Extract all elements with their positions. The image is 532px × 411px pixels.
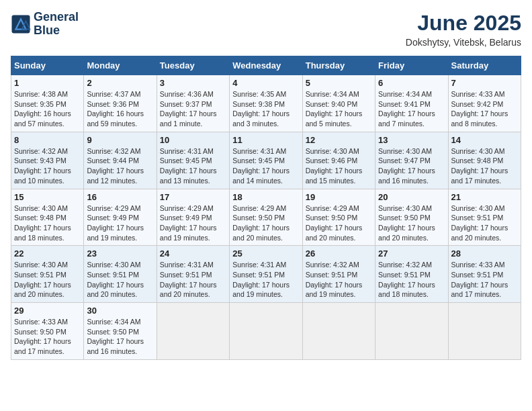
day-info: Sunrise: 4:33 AMSunset: 9:51 PMDaylight:… [451,260,518,300]
day-number: 29 [14,306,81,316]
day-cell: 12Sunrise: 4:30 AMSunset: 9:46 PMDayligh… [302,132,375,189]
day-cell: 15Sunrise: 4:30 AMSunset: 9:48 PMDayligh… [11,189,84,246]
day-number: 18 [232,192,299,202]
day-cell: 19Sunrise: 4:29 AMSunset: 9:50 PMDayligh… [302,189,375,246]
day-number: 11 [232,135,299,145]
day-number: 22 [14,248,81,259]
day-number: 24 [160,248,226,259]
day-cell [157,303,229,360]
day-cell: 16Sunrise: 4:29 AMSunset: 9:49 PMDayligh… [84,189,157,246]
day-header-sunday: Sunday [11,56,84,75]
day-info: Sunrise: 4:33 AMSunset: 9:42 PMDaylight:… [451,89,518,129]
header: General Blue June 2025 Dokshytsy, Vitebs… [11,11,521,48]
day-info: Sunrise: 4:30 AMSunset: 9:48 PMDaylight:… [14,203,81,243]
day-cell: 20Sunrise: 4:30 AMSunset: 9:50 PMDayligh… [375,189,448,246]
day-header-tuesday: Tuesday [157,56,229,75]
day-cell: 28Sunrise: 4:33 AMSunset: 9:51 PMDayligh… [448,246,521,303]
day-info: Sunrise: 4:31 AMSunset: 9:45 PMDaylight:… [160,146,226,186]
logo-line1: General [34,11,79,24]
logo-line2: Blue [34,24,79,38]
day-info: Sunrise: 4:31 AMSunset: 9:51 PMDaylight:… [232,260,299,300]
day-number: 12 [306,135,372,145]
day-number: 1 [14,78,81,88]
day-number: 27 [378,248,445,259]
day-cell: 26Sunrise: 4:32 AMSunset: 9:51 PMDayligh… [302,246,375,303]
day-cell: 10Sunrise: 4:31 AMSunset: 9:45 PMDayligh… [157,132,229,189]
day-info: Sunrise: 4:37 AMSunset: 9:36 PMDaylight:… [87,89,153,129]
day-info: Sunrise: 4:30 AMSunset: 9:48 PMDaylight:… [451,146,518,186]
day-number: 21 [451,192,518,202]
subtitle: Dokshytsy, Vitebsk, Belarus [406,37,521,48]
day-info: Sunrise: 4:30 AMSunset: 9:46 PMDaylight:… [306,146,372,186]
day-info: Sunrise: 4:29 AMSunset: 9:49 PMDaylight:… [160,203,226,243]
day-cell: 3Sunrise: 4:36 AMSunset: 9:37 PMDaylight… [157,75,229,132]
day-header-wednesday: Wednesday [230,56,302,75]
day-number: 28 [451,248,518,259]
day-info: Sunrise: 4:30 AMSunset: 9:51 PMDaylight:… [451,203,518,243]
day-cell: 5Sunrise: 4:34 AMSunset: 9:40 PMDaylight… [302,75,375,132]
day-cell [302,303,375,360]
day-cell: 1Sunrise: 4:38 AMSunset: 9:35 PMDaylight… [11,75,84,132]
week-row-5: 29Sunrise: 4:33 AMSunset: 9:50 PMDayligh… [11,303,521,360]
day-header-friday: Friday [375,56,448,75]
day-header-saturday: Saturday [448,56,521,75]
day-cell: 27Sunrise: 4:32 AMSunset: 9:51 PMDayligh… [375,246,448,303]
day-info: Sunrise: 4:29 AMSunset: 9:50 PMDaylight:… [232,203,299,243]
logo-text: General Blue [34,11,79,38]
logo: General Blue [11,11,79,38]
day-info: Sunrise: 4:29 AMSunset: 9:49 PMDaylight:… [87,203,153,243]
week-row-4: 22Sunrise: 4:30 AMSunset: 9:51 PMDayligh… [11,246,521,303]
day-info: Sunrise: 4:32 AMSunset: 9:51 PMDaylight:… [378,260,445,300]
day-cell: 7Sunrise: 4:33 AMSunset: 9:42 PMDaylight… [448,75,521,132]
day-number: 15 [14,192,81,202]
day-number: 2 [87,78,153,88]
day-info: Sunrise: 4:36 AMSunset: 9:37 PMDaylight:… [160,89,226,129]
day-number: 3 [160,78,226,88]
day-header-thursday: Thursday [302,56,375,75]
day-cell [230,303,302,360]
day-number: 17 [160,192,226,202]
day-cell: 18Sunrise: 4:29 AMSunset: 9:50 PMDayligh… [230,189,302,246]
day-info: Sunrise: 4:30 AMSunset: 9:51 PMDaylight:… [87,260,153,300]
day-info: Sunrise: 4:32 AMSunset: 9:51 PMDaylight:… [306,260,372,300]
day-number: 14 [451,135,518,145]
day-cell: 6Sunrise: 4:34 AMSunset: 9:41 PMDaylight… [375,75,448,132]
day-number: 20 [378,192,445,202]
day-cell: 14Sunrise: 4:30 AMSunset: 9:48 PMDayligh… [448,132,521,189]
day-cell: 22Sunrise: 4:30 AMSunset: 9:51 PMDayligh… [11,246,84,303]
day-info: Sunrise: 4:30 AMSunset: 9:47 PMDaylight:… [378,146,445,186]
day-info: Sunrise: 4:35 AMSunset: 9:38 PMDaylight:… [232,89,299,129]
day-number: 8 [14,135,81,145]
day-info: Sunrise: 4:30 AMSunset: 9:50 PMDaylight:… [378,203,445,243]
day-info: Sunrise: 4:31 AMSunset: 9:51 PMDaylight:… [160,260,226,300]
day-cell: 17Sunrise: 4:29 AMSunset: 9:49 PMDayligh… [157,189,229,246]
day-number: 7 [451,78,518,88]
week-row-3: 15Sunrise: 4:30 AMSunset: 9:48 PMDayligh… [11,189,521,246]
day-info: Sunrise: 4:32 AMSunset: 9:44 PMDaylight:… [87,146,153,186]
day-cell: 8Sunrise: 4:32 AMSunset: 9:43 PMDaylight… [11,132,84,189]
day-info: Sunrise: 4:32 AMSunset: 9:43 PMDaylight:… [14,146,81,186]
day-number: 23 [87,248,153,259]
calendar: SundayMondayTuesdayWednesdayThursdayFrid… [11,56,521,360]
day-info: Sunrise: 4:31 AMSunset: 9:45 PMDaylight:… [232,146,299,186]
calendar-header: SundayMondayTuesdayWednesdayThursdayFrid… [11,56,521,75]
day-cell: 30Sunrise: 4:34 AMSunset: 9:50 PMDayligh… [84,303,157,360]
day-number: 4 [232,78,299,88]
day-info: Sunrise: 4:38 AMSunset: 9:35 PMDaylight:… [14,89,81,129]
day-number: 19 [306,192,372,202]
day-number: 5 [306,78,372,88]
day-cell: 21Sunrise: 4:30 AMSunset: 9:51 PMDayligh… [448,189,521,246]
days-of-week-row: SundayMondayTuesdayWednesdayThursdayFrid… [11,56,521,75]
day-number: 6 [378,78,445,88]
day-cell: 2Sunrise: 4:37 AMSunset: 9:36 PMDaylight… [84,75,157,132]
day-cell: 23Sunrise: 4:30 AMSunset: 9:51 PMDayligh… [84,246,157,303]
day-cell [448,303,521,360]
day-info: Sunrise: 4:34 AMSunset: 9:40 PMDaylight:… [306,89,372,129]
day-cell: 9Sunrise: 4:32 AMSunset: 9:44 PMDaylight… [84,132,157,189]
week-row-2: 8Sunrise: 4:32 AMSunset: 9:43 PMDaylight… [11,132,521,189]
day-number: 9 [87,135,153,145]
day-cell: 29Sunrise: 4:33 AMSunset: 9:50 PMDayligh… [11,303,84,360]
day-cell: 13Sunrise: 4:30 AMSunset: 9:47 PMDayligh… [375,132,448,189]
day-number: 25 [232,248,299,259]
day-info: Sunrise: 4:29 AMSunset: 9:50 PMDaylight:… [306,203,372,243]
